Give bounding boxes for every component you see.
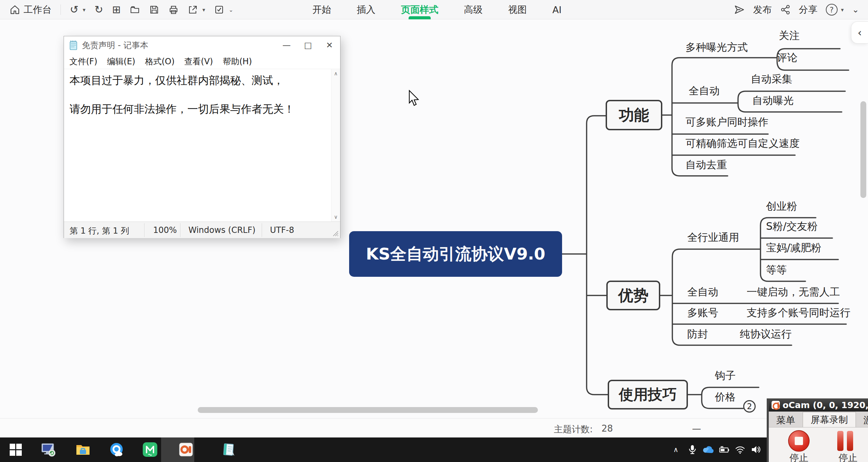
tab-insert[interactable]: 插入 — [355, 0, 377, 19]
tab-start[interactable]: 开始 — [311, 0, 333, 19]
pause-bar-icon — [847, 431, 853, 451]
notepad-menu-edit[interactable]: 编辑(E) — [107, 56, 136, 67]
desktop-screen: 工作台 ↺ ▾ ↻ ⊞ ▾ ⌄ 开始 插入 页面样式 高级 视图 AI 发布 — [0, 0, 868, 462]
mindmap-topic[interactable]: 防封 — [687, 328, 708, 340]
publish-icon[interactable] — [734, 4, 745, 15]
mindmap-topic[interactable]: 自动采集 — [751, 73, 792, 85]
tab-advanced[interactable]: 高级 — [463, 0, 484, 19]
tab-view[interactable]: 视图 — [507, 0, 528, 19]
mindmap-topic[interactable]: 自动去重 — [685, 159, 727, 170]
mindmap-topic[interactable]: 可多账户同时操作 — [685, 116, 768, 128]
taskbar-file-explorer-icon[interactable] — [75, 441, 91, 458]
redo-icon[interactable]: ↻ — [94, 4, 103, 15]
undo-caret-icon[interactable]: ▾ — [83, 7, 85, 13]
mindmap-topic[interactable]: 钩子 — [715, 370, 736, 381]
notepad-close-button[interactable]: ✕ — [319, 36, 340, 54]
taskbar-mindmap-app-icon[interactable] — [142, 441, 158, 458]
zoom-status: 100% — [153, 225, 177, 235]
mindmap-topic[interactable]: 一键启动，无需人工 — [747, 286, 840, 298]
task-check-icon[interactable] — [214, 4, 224, 15]
tray-microphone-icon[interactable] — [687, 444, 698, 455]
notepad-menu-help[interactable]: 帮助(H) — [223, 56, 252, 67]
mindmap-topic[interactable]: 支持多个账号同时运行 — [747, 307, 850, 318]
notepad-menu-view[interactable]: 查看(V) — [184, 56, 213, 67]
mindmap-topic[interactable]: 纯协议运行 — [740, 328, 792, 340]
expand-side-panel-button[interactable]: ‹ — [851, 21, 868, 44]
mindmap-branch-advantages[interactable]: 优势 — [606, 281, 660, 310]
canvas-horizontal-scrollbar[interactable] — [198, 407, 538, 413]
mindmap-topic[interactable]: 多账号 — [687, 307, 718, 318]
scroll-up-icon[interactable]: ∧ — [334, 70, 338, 77]
tray-volume-icon[interactable] — [750, 444, 762, 455]
zoom-out-button[interactable]: — — [692, 423, 701, 434]
more-tools-chevron-icon[interactable]: ⌄ — [228, 7, 233, 13]
tray-wifi-icon[interactable] — [734, 444, 746, 455]
export-icon[interactable] — [188, 4, 198, 15]
ribbon-tabs: 开始 插入 页面样式 高级 视图 AI — [311, 0, 563, 19]
mindmap-topic[interactable]: 关注 — [779, 30, 800, 41]
notepad-menu-file[interactable]: 文件(F) — [69, 56, 97, 67]
taskbar-notepad-icon[interactable] — [221, 441, 237, 458]
notepad-minimize-button[interactable]: — — [276, 36, 297, 54]
tab-ai-label: AI — [552, 4, 561, 15]
notepad-menu-format[interactable]: 格式(O) — [145, 56, 175, 67]
share-icon[interactable] — [780, 4, 791, 15]
mindmap-branch-tips[interactable]: 使用技巧 — [608, 380, 688, 409]
ocam-stop-button[interactable] — [788, 430, 810, 452]
ocam-tab-menu[interactable]: 菜单 — [769, 413, 803, 427]
mindmap-topic[interactable]: 价格 — [715, 391, 736, 403]
mindmap-topic[interactable]: 宝妈/减肥粉 — [766, 242, 821, 253]
resize-grip-icon[interactable] — [333, 230, 339, 237]
mindmap-topic[interactable]: S粉/交友粉 — [766, 220, 818, 232]
mindmap-topic[interactable]: 创业粉 — [766, 200, 797, 212]
tab-view-label: 视图 — [508, 3, 527, 16]
status-divider — [262, 223, 262, 237]
tray-show-hidden-icons[interactable]: ∧ — [670, 444, 682, 455]
taskbar-remote-desktop-icon[interactable] — [40, 441, 57, 458]
mindmap-topic[interactable]: 可精确筛选可自定义速度 — [685, 138, 800, 149]
canvas-vertical-scrollbar[interactable] — [860, 101, 866, 198]
ocam-tab-game[interactable]: 游戏 — [856, 413, 868, 427]
taskbar-ocam-icon[interactable] — [178, 441, 194, 458]
tray-cloud-icon[interactable] — [702, 444, 714, 455]
undo-icon[interactable]: ↺ — [70, 4, 78, 15]
new-file-icon[interactable]: ⊞ — [112, 4, 121, 15]
workspace-button[interactable]: 工作台 — [10, 3, 52, 16]
help-button[interactable]: ? — [826, 4, 838, 16]
taskbar-qq-browser-icon[interactable] — [108, 441, 125, 458]
notepad-body-line2: 请勿用于任何非法操作，一切后果与作者无关！ — [69, 102, 326, 116]
help-caret-icon[interactable]: ▾ — [841, 7, 844, 13]
mindmap-topic[interactable]: 全自动 — [687, 286, 718, 298]
ocam-pause-button[interactable] — [837, 431, 853, 451]
collapse-toolbar-icon[interactable]: ⌄ — [852, 6, 859, 14]
mindmap-central-topic[interactable]: KS全自动引流协议V9.0 — [349, 231, 562, 277]
notepad-scrollbar[interactable]: ∧ ∨ — [331, 69, 340, 221]
publish-button[interactable]: 发布 — [753, 3, 772, 16]
notepad-maximize-button[interactable]: □ — [297, 36, 319, 54]
notepad-body-line1: 本项目过于暴力，仅供社群内部揭秘、测试， — [69, 73, 326, 88]
mindmap-topic[interactable]: 自动曝光 — [752, 95, 794, 106]
mindmap-topic[interactable]: 评论 — [777, 52, 797, 63]
export-caret-icon[interactable]: ▾ — [202, 7, 205, 13]
scroll-down-icon[interactable]: ∨ — [334, 214, 338, 220]
save-icon[interactable] — [149, 4, 159, 15]
ocam-titlebar[interactable]: oCam (0, 0, 1920, 1080) — [769, 398, 868, 412]
notepad-window: 免责声明 - 记事本 — □ ✕ 文件(F) 编辑(E) 格式(O) 查看(V)… — [64, 36, 340, 238]
ocam-tab-screen-record[interactable]: 屏幕录制 — [803, 412, 856, 427]
collapsed-children-badge[interactable]: 2 — [743, 400, 756, 413]
tab-ai[interactable]: AI — [551, 0, 563, 19]
mindmap-topic[interactable]: 等等 — [766, 264, 787, 275]
tray-battery-icon[interactable] — [718, 444, 730, 455]
mindmap-branch-features[interactable]: 功能 — [606, 100, 662, 130]
mindmap-topic[interactable]: 全自动 — [689, 85, 720, 96]
tab-page-style[interactable]: 页面样式 — [400, 0, 440, 19]
mindmap-topic[interactable]: 多种曝光方式 — [685, 41, 748, 53]
mindmap-topic[interactable]: 全行业通用 — [687, 232, 739, 243]
share-button[interactable]: 分享 — [799, 3, 818, 16]
windows-logo-icon — [10, 444, 22, 456]
notepad-titlebar[interactable]: 免责声明 - 记事本 — □ ✕ — [64, 36, 340, 54]
notepad-text-area[interactable]: 本项目过于暴力，仅供社群内部揭秘、测试， 请勿用于任何非法操作，一切后果与作者无… — [64, 69, 340, 221]
open-folder-icon[interactable] — [130, 4, 140, 15]
start-button[interactable] — [7, 441, 24, 458]
print-icon[interactable] — [168, 4, 179, 15]
